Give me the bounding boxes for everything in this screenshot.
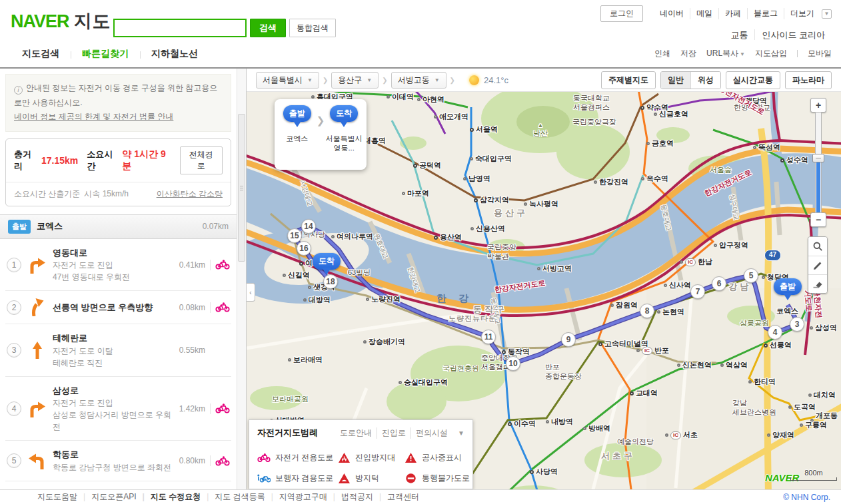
footer-link[interactable]: 지역광고구매 <box>265 491 327 503</box>
route-waypoint-marker[interactable]: 6 <box>712 276 726 291</box>
bicycle-road-icon <box>210 455 230 466</box>
breadcrumb-separator-icon: ❯ <box>450 77 455 84</box>
url-copy-link[interactable]: URL복사▼ <box>706 48 745 59</box>
station-dot-icon <box>288 358 291 362</box>
magnifier-icon[interactable] <box>808 237 827 256</box>
breadcrumb-district[interactable]: 용산구▼ <box>331 72 379 89</box>
route-waypoint-marker[interactable]: 14 <box>301 219 316 234</box>
tab[interactable]: 빠른길찾기 <box>71 48 140 60</box>
route-step[interactable]: 3 테헤란로 자전거 도로 이탈 테헤란로 직진 0.55km <box>5 324 231 377</box>
footer-link[interactable]: 지도 수정요청 <box>136 491 201 503</box>
legend-tab[interactable]: 도로안내 <box>335 427 377 439</box>
tab[interactable]: 지도검색 <box>11 48 71 60</box>
tab[interactable]: 지하철노선 <box>140 48 209 60</box>
weather-widget[interactable]: 24.1°c <box>469 75 508 85</box>
footer-link[interactable]: 지도오픈API <box>77 491 136 503</box>
footer-link[interactable]: 지도 검색등록 <box>201 491 265 503</box>
co2-link[interactable]: 이산화탄소 감소량 <box>157 188 223 200</box>
logo-brand: NAVER <box>11 11 69 32</box>
route-waypoint-marker[interactable]: 9 <box>561 332 576 347</box>
route-waypoint-marker[interactable]: 16 <box>297 241 311 256</box>
login-button[interactable]: 로그인 <box>600 5 643 22</box>
end-point-name: 서울특별시 영등... <box>325 134 363 153</box>
copyright: © NHN Corp. <box>783 493 830 502</box>
panel-scrollbar[interactable] <box>237 69 246 489</box>
zoom-in-button[interactable]: + <box>810 98 826 113</box>
panorama-button[interactable]: 파노라마 <box>785 71 832 89</box>
scrollbar-thumb[interactable] <box>238 114 245 262</box>
route-waypoint-marker[interactable]: 15 <box>287 228 302 243</box>
route-waypoint-marker[interactable]: 10 <box>506 356 520 371</box>
station-dot-icon <box>610 304 614 307</box>
breadcrumb-city[interactable]: 서울특별시▼ <box>256 72 319 89</box>
zoom-slider[interactable] <box>815 112 822 213</box>
footer-link[interactable]: 지도도움말 <box>37 491 77 503</box>
legend-tab[interactable]: 편의시설 <box>411 427 452 439</box>
legend-tab[interactable]: 진입로 <box>377 427 411 439</box>
zoom-out-button[interactable]: − <box>810 212 826 227</box>
station-dot-icon <box>714 244 717 247</box>
save-link[interactable]: 저장 <box>680 48 696 59</box>
search-button[interactable]: 검색 <box>250 19 286 37</box>
legend-tabs: 도로안내진입로편의시설 <box>335 427 452 439</box>
map-tools-links: 인쇄 저장 URL복사▼ 지도삽입 모바일 <box>654 48 832 59</box>
map-pin-출발[interactable]: 출발 <box>774 278 802 305</box>
station-dot-icon <box>474 198 478 202</box>
map-pin-도착[interactable]: 도착 <box>313 253 341 280</box>
top-link[interactable]: 카페 <box>718 8 747 19</box>
live-traffic-button[interactable]: 실시간교통 <box>726 71 780 89</box>
map-area[interactable]: 홍대입구역이대역아현역애오개역서울역대흥역공덕역마포역숙대입구역남영역삼각지역녹… <box>247 69 841 489</box>
naver-map-logo[interactable]: NAVER 지도 <box>11 9 111 33</box>
mobile-link[interactable]: 모바일 <box>808 48 832 59</box>
end-pin[interactable]: 도착 <box>330 105 358 132</box>
top-link[interactable]: 블로그 <box>747 8 784 19</box>
top-link[interactable]: 네이버 <box>654 8 690 19</box>
legend-collapse-icon[interactable]: ▼ <box>458 429 464 437</box>
panel-collapse-arrow[interactable]: ‹ <box>247 283 255 302</box>
pin-tail-icon <box>339 120 349 132</box>
legend-item: 통행불가도로 <box>404 473 474 484</box>
top-link[interactable]: 메일 <box>690 8 718 19</box>
route-waypoint-marker[interactable]: 8 <box>640 304 654 318</box>
turn-arrow-icon <box>28 256 46 274</box>
print-link[interactable]: 인쇄 <box>654 48 670 59</box>
start-pin[interactable]: 출발 <box>283 105 311 132</box>
measure-icon[interactable] <box>808 256 827 274</box>
unified-search-button[interactable]: 통합검색 <box>289 19 336 37</box>
top-link[interactable]: 더보기 <box>784 8 820 19</box>
route-start-row[interactable]: 출발 코엑스 0.07km <box>0 214 237 239</box>
breadcrumb-neighborhood[interactable]: 서빙고동▼ <box>391 72 446 89</box>
full-route-button[interactable]: 전체경로 <box>180 146 223 174</box>
route-step[interactable]: 5 학동로 학동로 강남구청 방면으로 좌회전 0.80km <box>5 441 231 481</box>
station-dot-icon <box>764 344 768 348</box>
route-step[interactable]: 4 삼성로 자전거 도로 진입 삼성로 청담사거리 방면으로 우회전 1.42k… <box>5 377 231 441</box>
map-label: 신사역 <box>664 281 691 290</box>
route-step[interactable]: 2 선릉역 방면으로 우측방향 0.08km <box>5 291 231 324</box>
route-endpoints-card[interactable]: 출발 코엑스 ❯ 도착 서울특별시 영등... <box>275 99 367 170</box>
footer-link[interactable]: 고객센터 <box>373 491 419 503</box>
map-type-general[interactable]: 일반 <box>661 72 690 89</box>
notice-link[interactable]: 네이버 정보 제공의 한계 및 자전거 법률 안내 <box>14 112 173 121</box>
route-waypoint-marker[interactable]: 11 <box>481 330 496 344</box>
zoom-slider-handle[interactable] <box>812 154 824 162</box>
pin-tail-icon <box>783 293 792 305</box>
search-input[interactable] <box>113 19 247 37</box>
map-label: 선릉역 <box>764 341 792 350</box>
route-waypoint-marker[interactable]: 5 <box>744 268 758 283</box>
route-step[interactable]: 1 영동대로 자전거 도로 진입 47번 영동대로 우회전 0.41km <box>5 239 231 292</box>
bicycle-road-icon <box>210 302 230 313</box>
route-waypoint-marker[interactable]: 7 <box>690 284 705 299</box>
station-dot-icon <box>583 427 586 430</box>
route-waypoint-marker[interactable]: 3 <box>790 317 804 332</box>
map-label: 용산구 <box>494 208 528 218</box>
legend-item-icon <box>404 473 417 483</box>
footer-link[interactable]: 법적공지 <box>327 491 373 503</box>
more-chevron-icon[interactable]: ▼ <box>822 9 832 19</box>
map-type-satellite[interactable]: 위성 <box>690 72 720 89</box>
main-tabbar: 지도검색빠른길찾기지하철노선 인쇄 저장 URL복사▼ 지도삽입 모바일 <box>0 40 841 69</box>
themed-map-button[interactable]: 주제별지도 <box>601 71 656 89</box>
map-embed-link[interactable]: 지도삽입 <box>755 48 787 59</box>
route-waypoint-marker[interactable]: 4 <box>768 325 782 340</box>
eraser-icon[interactable] <box>808 274 827 293</box>
route-step[interactable]: 6 학동로 자전거 도로 이탈 학동로 고속터미널학동역 방면으로 직진 0.5… <box>5 481 231 489</box>
